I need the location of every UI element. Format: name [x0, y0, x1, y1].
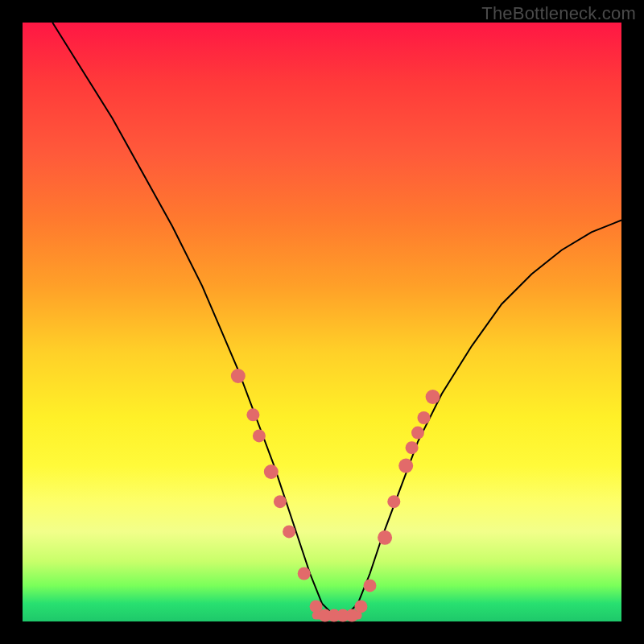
highlight-dot	[406, 441, 419, 454]
highlight-dot	[283, 525, 295, 538]
highlight-dot	[398, 459, 413, 473]
highlight-dot	[246, 408, 259, 421]
highlight-dot	[298, 568, 311, 580]
chart-frame: TheBottleneck.com	[0, 0, 644, 644]
highlight-dots-group	[231, 369, 440, 622]
highlight-dot	[411, 427, 424, 440]
bottleneck-curve-path	[52, 23, 621, 616]
highlight-dot	[364, 579, 377, 592]
highlight-dot	[253, 429, 266, 442]
highlight-dot	[387, 495, 400, 508]
highlight-dot	[418, 411, 431, 424]
highlight-dot	[378, 530, 392, 545]
highlight-dot	[354, 600, 367, 613]
highlight-dot	[264, 464, 279, 479]
watermark-text: TheBottleneck.com	[481, 3, 636, 24]
plot-area	[23, 23, 621, 621]
curve-svg	[23, 23, 621, 621]
highlight-dot	[231, 369, 246, 383]
highlight-dot	[426, 390, 440, 404]
highlight-dot	[274, 495, 287, 508]
